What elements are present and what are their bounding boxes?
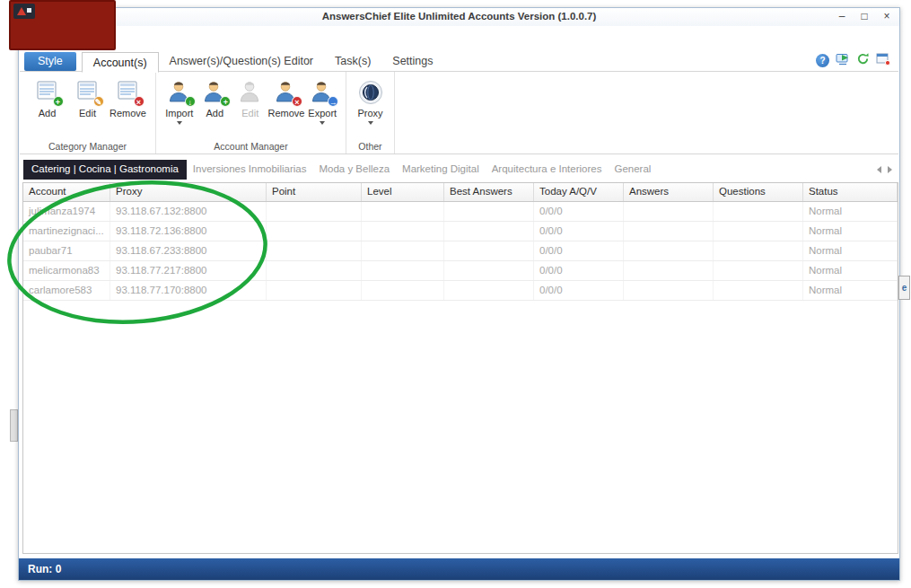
account-remove-button[interactable]: × Remove [268,77,305,118]
minimize-button[interactable]: – [835,10,849,23]
cell-account: julimanza1974 [23,202,110,221]
cell-today-aqv: 0/0/0 [534,241,624,260]
person-edit-icon-disabled [238,80,263,105]
cell-proxy: 93.118.77.170:8800 [110,281,267,300]
export-arrow-badge-icon: → [328,96,338,107]
cell-status: Normal [803,281,898,300]
status-bar: Run: 0 [19,558,899,580]
cell-point [267,281,362,300]
column-header-today-aqv[interactable]: Today A/Q/V [534,183,624,201]
group-label-account-manager: Account Manager [156,141,346,152]
tab-style[interactable]: Style [24,52,76,71]
title-bar[interactable]: AnswersChief Elite Unlimited Accounts Ve… [19,8,899,26]
category-remove-button[interactable]: × Remove [108,77,148,118]
button-label: Proxy [357,108,382,118]
app-logo-icon [13,4,35,22]
person-import-icon: ↓ [167,80,192,105]
column-header-account[interactable]: Account [23,183,110,201]
cell-today-aqv: 0/0/0 [534,222,624,241]
cell-account: paubar71 [23,241,110,260]
button-label: Import [165,108,193,118]
table-row[interactable]: melicarmona83 93.118.77.217:8800 0/0/0 N… [23,261,898,281]
account-import-button[interactable]: ↓ Import [162,77,197,125]
close-button[interactable]: × [880,10,894,23]
cell-level [362,222,444,241]
cell-answers [624,281,714,300]
refresh-icon[interactable] [856,52,870,69]
dropdown-arrow-icon [177,121,182,125]
cell-today-aqv: 0/0/0 [534,281,624,300]
column-header-questions[interactable]: Questions [714,183,803,201]
run-counter: Run: 0 [28,563,61,575]
category-tab-general[interactable]: General [608,160,657,180]
category-add-button[interactable]: + Add [27,77,67,118]
cell-best-answers [444,202,534,221]
cell-account: melicarmona83 [23,261,110,280]
cell-best-answers [444,261,534,280]
button-label: Export [308,108,337,118]
scroll-right-icon[interactable] [888,166,892,173]
cell-status: Normal [803,241,898,260]
column-header-best-answers[interactable]: Best Answers [444,183,534,201]
button-label: Add [39,108,57,118]
window-title: AnswersChief Elite Unlimited Accounts Ve… [19,11,899,22]
account-add-button[interactable]: + Add [197,77,233,118]
side-panel-handle-label: e [902,283,907,293]
form-add-icon: + [35,80,60,105]
notification-icon[interactable] [876,52,890,69]
help-icon[interactable]: ? [816,54,829,67]
table-row[interactable]: julimanza1974 93.118.67.132:8800 0/0/0 N… [23,202,898,222]
button-label: Remove [109,108,146,118]
cross-badge-icon: × [134,96,145,107]
maximize-button[interactable]: □ [857,10,872,23]
category-tab-marketing[interactable]: Marketing Digital [396,160,486,180]
column-header-answers[interactable]: Answers [624,183,714,201]
group-account-manager: ↓ Import + Add Edit [156,72,346,154]
button-label: Add [206,108,223,118]
button-label: Remove [268,108,305,118]
side-panel-handle[interactable]: e [898,276,910,300]
column-header-status[interactable]: Status [803,183,898,201]
ribbon-quick-icons: ? [816,52,890,69]
account-edit-button[interactable]: Edit [232,77,268,118]
cell-proxy: 93.118.67.233:8800 [110,241,267,260]
cell-point [267,241,362,260]
cell-point [267,202,362,221]
group-label-other: Other [346,141,394,152]
scroll-left-icon[interactable] [877,166,881,173]
cell-point [267,261,362,280]
app-window: AnswersChief Elite Unlimited Accounts Ve… [18,7,900,581]
category-edit-button[interactable]: ✎ Edit [67,77,108,118]
category-tab-inversiones[interactable]: Inversiones Inmobiliarias [187,160,313,180]
cell-answers [624,241,714,260]
cell-level [362,281,444,300]
cell-questions [714,281,803,300]
tab-tasks[interactable]: Task(s) [324,51,381,72]
cell-questions [714,222,803,241]
table-row[interactable]: carlamore583 93.118.77.170:8800 0/0/0 No… [23,281,898,301]
button-label: Edit [79,108,96,118]
category-tab-catering[interactable]: Catering | Cocina | Gastronomia [23,160,187,180]
column-header-proxy[interactable]: Proxy [110,183,267,201]
category-tab-moda[interactable]: Moda y Belleza [312,160,396,180]
category-tab-arquitectura[interactable]: Arquitectura e Interiores [486,160,609,180]
table-header-row: Account Proxy Point Level Best Answers T… [23,183,898,202]
cell-account: martinezignaci... [23,222,110,241]
cell-status: Normal [803,261,898,280]
accounts-table: Account Proxy Point Level Best Answers T… [22,182,898,554]
person-remove-icon: × [274,80,299,105]
table-row[interactable]: martinezignaci... 93.118.72.136:8800 0/0… [23,222,898,241]
proxy-button[interactable]: Proxy [352,77,389,125]
cell-status: Normal [803,202,898,221]
tab-accounts[interactable]: Account(s) [82,52,159,73]
tab-settings[interactable]: Settings [381,51,443,72]
column-header-point[interactable]: Point [267,183,362,201]
redaction-block [9,0,116,50]
background-window-fragment [10,409,18,442]
form-edit-icon: ✎ [75,80,101,105]
support-icon[interactable] [836,52,850,69]
table-row[interactable]: paubar71 93.118.67.233:8800 0/0/0 Normal [23,241,898,261]
tab-answers-questions-editor[interactable]: Answer(s)/Question(s) Editor [159,51,324,72]
account-export-button[interactable]: → Export [304,77,340,125]
column-header-level[interactable]: Level [362,183,444,201]
